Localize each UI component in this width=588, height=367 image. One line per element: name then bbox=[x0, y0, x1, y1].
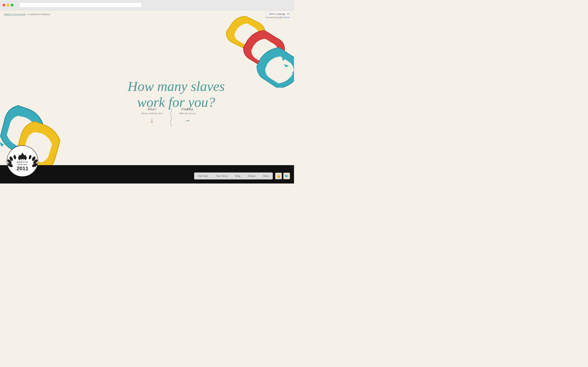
footer-nav: Our Story Your Story Blog Donate More 👍 … bbox=[194, 173, 290, 179]
findout-title: Find out bbox=[179, 107, 195, 111]
nav-more[interactable]: More bbox=[259, 173, 273, 179]
site-tagline: Made in a Free World - A solution for bu… bbox=[4, 13, 51, 16]
wavy-divider bbox=[169, 108, 173, 127]
award-badge: BEST WEBSITE DESIGN 2011 bbox=[6, 145, 39, 177]
twitter-button[interactable]: 🐦 bbox=[283, 173, 290, 179]
what-subtitle: Slaves work for me? bbox=[141, 112, 163, 115]
what-title: What? bbox=[141, 107, 163, 111]
findout-subtitle: Take the survey bbox=[179, 112, 195, 115]
nav-your-story[interactable]: Your Story bbox=[212, 173, 232, 179]
language-select[interactable]: Select Language bbox=[267, 12, 290, 16]
close-button[interactable] bbox=[2, 4, 5, 7]
nav-donate[interactable]: Donate bbox=[244, 173, 259, 179]
headline-text: How many slaves work for you? bbox=[128, 78, 225, 110]
svg-text:WEBSITE: WEBSITE bbox=[17, 161, 28, 163]
right-arrow-icon[interactable]: → bbox=[179, 117, 195, 124]
down-arrow-icon[interactable]: ↓ bbox=[141, 117, 163, 124]
address-bar[interactable]: http://slaveryfootprint.org/ bbox=[19, 2, 142, 8]
cta-section: What? Slaves work for me? ↓ Find out Tak… bbox=[135, 107, 201, 127]
minimize-button[interactable] bbox=[7, 4, 9, 7]
main-page: Made in a Free World - A solution for bu… bbox=[0, 10, 294, 184]
findout-cta[interactable]: Find out Take the survey → bbox=[173, 107, 201, 124]
footer-nav-inner: Our Story Your Story Blog Donate More bbox=[194, 173, 273, 179]
headline: How many slaves work for you? bbox=[128, 78, 225, 110]
chain-top-right bbox=[192, 10, 294, 88]
browser-chrome: http://slaveryfootprint.org/ bbox=[0, 0, 294, 10]
nav-our-story[interactable]: Our Story bbox=[194, 173, 213, 179]
site-link[interactable]: Made in a Free World bbox=[4, 13, 26, 16]
traffic-lights bbox=[2, 4, 13, 7]
translate-widget: Select Language Powered by Google Transl… bbox=[266, 12, 290, 18]
top-bar: Made in a Free World - A solution for bu… bbox=[0, 10, 294, 18]
facebook-like-button[interactable]: 👍 bbox=[275, 173, 282, 179]
what-cta[interactable]: What? Slaves work for me? ↓ bbox=[135, 107, 169, 124]
translate-powered: Powered by Google Translate bbox=[266, 16, 290, 18]
footer-social: 👍 🐦 bbox=[275, 173, 290, 179]
svg-text:BEST: BEST bbox=[19, 159, 26, 161]
award-svg: BEST WEBSITE DESIGN 2011 bbox=[6, 145, 39, 177]
svg-text:2011: 2011 bbox=[17, 165, 28, 171]
maximize-button[interactable] bbox=[11, 4, 13, 7]
google-translate-link[interactable]: Google Translate bbox=[276, 16, 290, 18]
nav-blog[interactable]: Blog bbox=[232, 173, 244, 179]
